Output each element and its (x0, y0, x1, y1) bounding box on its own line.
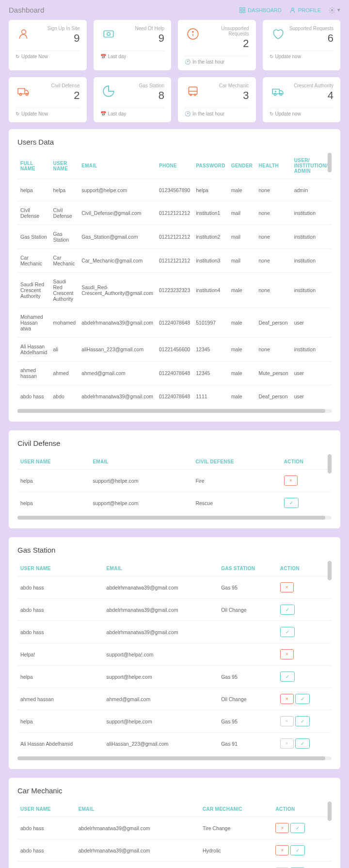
action-button[interactable]: ✓ (295, 716, 310, 726)
action-button[interactable]: × (284, 475, 298, 486)
cell: Gas_Station@gmail.com (79, 225, 156, 249)
action-button[interactable]: ✓ (295, 694, 310, 704)
scrollbar-v[interactable] (328, 454, 332, 514)
cell: Mohamed Hassan atwa (17, 308, 50, 338)
scrollbar-h[interactable] (17, 516, 332, 520)
action-button[interactable]: × (275, 823, 289, 833)
cell: abdo hass (17, 576, 104, 599)
action-button[interactable]: ✓ (290, 823, 305, 833)
cell: Civil_Defense@gmail.com (79, 201, 156, 225)
scrollbar-v[interactable] (328, 153, 332, 407)
col-header: EMAIL (90, 454, 192, 470)
table-row: Ali Hassan AbdelhamidaliHassan_223@gmail… (17, 733, 332, 755)
cell: 01221456600 (156, 338, 193, 361)
card-footer[interactable]: ↻ Update now (270, 108, 334, 116)
gas-panel: Gas Station USER NAMEEMAILGAS STATIONACT… (9, 537, 340, 769)
nav-dashboard[interactable]: DASHBOARD (239, 7, 282, 14)
users-title: Users Data (17, 138, 332, 146)
svg-rect-3 (240, 11, 242, 13)
civil-panel: Civil Defense USER NAMEEMAILCIVIL DEFENS… (9, 430, 340, 528)
cell: Gas Station (17, 225, 50, 249)
table-row: abdo hassabdoabdelrhmanatwa39@gmail.com0… (17, 385, 332, 408)
cell: institution (291, 201, 331, 225)
action-button[interactable]: × (275, 845, 289, 855)
svg-point-17 (190, 94, 191, 96)
scrollbar-h[interactable] (17, 756, 332, 760)
cell: abdelrhmanatwa39@gmail.com (76, 817, 200, 839)
cell: 01234567890 (156, 179, 193, 201)
card-value: 9 (48, 32, 80, 45)
action-button[interactable]: × (280, 694, 294, 704)
card-label: Gas Station (139, 83, 164, 88)
table-row: Gas StationGas StationGas_Station@gmail.… (17, 225, 332, 249)
stat-card-7: Crescent Authority 4 ↻ Update now (263, 77, 341, 122)
table-row: helpahelpasupport@helpe.com01234567890he… (17, 179, 332, 201)
cell: 01224078648 (156, 361, 193, 385)
scrollbar-v[interactable] (328, 802, 332, 868)
svg-point-8 (107, 33, 110, 36)
cash-icon (100, 26, 117, 42)
action-button[interactable]: ✓ (280, 671, 295, 682)
cell: none (255, 179, 291, 201)
card-value: 9 (135, 32, 164, 45)
cell: institution (291, 225, 331, 249)
cell: none (255, 338, 291, 361)
card-footer[interactable]: ↻ Update now (270, 50, 334, 59)
dashboard-icon (239, 7, 246, 14)
action-button[interactable]: × (280, 738, 294, 749)
svg-rect-12 (18, 89, 25, 94)
cell: none (255, 225, 291, 249)
civil-title: Civil Defense (17, 439, 332, 447)
cell: support@helpa!.com (104, 643, 219, 666)
svg-point-11 (192, 32, 193, 33)
cell: ali (50, 338, 79, 361)
cell: Hydrolic (200, 839, 273, 862)
cell: male (228, 273, 256, 308)
cell (218, 621, 277, 643)
cell: support@helpe.com (90, 470, 192, 492)
action-button[interactable]: ✓ (295, 738, 310, 749)
action-button[interactable]: ✓ (280, 627, 295, 637)
cell: user (291, 385, 331, 408)
mech-panel: Car Mechanic USER NAMEEMAILCAR MECHANICA… (9, 778, 340, 868)
action-button[interactable]: ✓ (280, 605, 295, 615)
card-footer[interactable]: 📅 Last day (100, 108, 165, 116)
col-header: USER NAME (17, 561, 104, 576)
table-row: helpasupport@helpe.comBattery jump×✓ (17, 862, 332, 868)
card-value: 2 (51, 89, 80, 102)
col-header: HEALTH (255, 153, 291, 179)
table-row: Saudi Red Crescent AuthoritySaudi Red Cr… (17, 273, 332, 308)
table-row: abdo hassabdelrhmanatwa39@gmail.comGas 9… (17, 576, 332, 599)
nav-settings[interactable]: ▾ (329, 7, 340, 14)
action-button[interactable]: × (280, 716, 294, 726)
clock-icon: 🕐 (185, 111, 190, 116)
cell: 01224078648 (156, 308, 193, 338)
cell: Helpa! (17, 643, 104, 666)
cell: support@helpe.com (104, 666, 219, 688)
card-footer[interactable]: 🕐 In the last hour (185, 108, 249, 116)
card-footer[interactable]: ↻ Update Now (16, 108, 80, 116)
cell: Oil Change (218, 599, 277, 621)
action-button[interactable]: × (280, 582, 294, 592)
cell: aliHassan_223@gmail.com (79, 338, 156, 361)
action-button[interactable]: × (280, 649, 294, 659)
col-header: GENDER (228, 153, 256, 179)
scrollbar-h[interactable] (17, 409, 332, 413)
nav-profile[interactable]: PROFILE (289, 7, 321, 14)
col-header: EMAIL (104, 561, 219, 576)
card-footer[interactable]: ↻ Update Now (16, 50, 80, 59)
user-icon (16, 26, 32, 42)
refresh-icon: ↻ (16, 111, 19, 116)
refresh-icon: ↻ (270, 54, 273, 59)
card-footer[interactable]: 🕐 In the last hour (185, 56, 249, 65)
card-label: Unsupported Requests (201, 26, 249, 36)
cell: abdo hass (17, 839, 76, 862)
cell: helpa (50, 179, 79, 201)
action-button[interactable]: ✓ (290, 845, 305, 855)
gas-title: Gas Station (17, 546, 332, 554)
scrollbar-v[interactable] (328, 561, 332, 754)
cell: mail (228, 249, 256, 273)
card-footer[interactable]: 📅 Last day (100, 50, 165, 59)
col-header: ACTION (272, 802, 332, 817)
action-button[interactable]: ✓ (284, 498, 299, 508)
